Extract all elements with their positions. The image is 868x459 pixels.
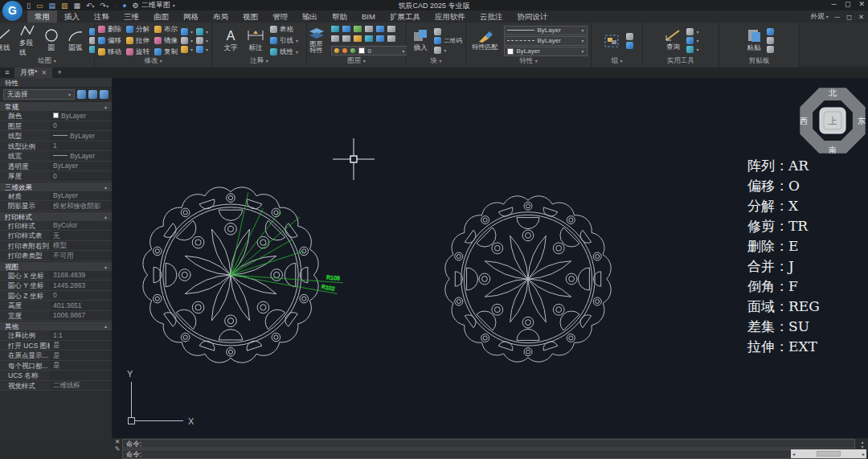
new-document-tab-button[interactable]: + — [52, 68, 67, 78]
panel-label-annotate[interactable]: 注释 ▾ — [212, 56, 306, 66]
property-value[interactable]: 投射和接收阴影 — [50, 201, 112, 211]
polyline-tool-button[interactable]: 多段线 — [17, 23, 38, 58]
layer-tool-icon[interactable] — [376, 26, 384, 32]
appearance-menu[interactable]: 外观 ▾ — [810, 12, 828, 22]
ribbon-tab-曲面[interactable]: 曲面 — [146, 10, 176, 23]
ribbon-tab-管理[interactable]: 管理 — [265, 10, 295, 23]
property-value[interactable]: ByLayer — [50, 111, 112, 121]
horizontal-scrollbar[interactable]: ◂ ▸ — [791, 449, 866, 458]
property-value[interactable]: 二维线框 — [50, 381, 112, 391]
create-block-button[interactable] — [434, 28, 462, 35]
trim-tool-button[interactable]: ▾ — [196, 28, 208, 35]
ribbon-tab-输出[interactable]: 输出 — [295, 10, 325, 23]
ribbon-tab-BIM[interactable]: BIM — [354, 10, 383, 23]
leader-tool-button[interactable]: 引线 ▾ — [270, 36, 298, 46]
property-value[interactable]: 0 — [50, 291, 112, 301]
property-value[interactable]: 1:1 — [50, 330, 112, 340]
properties-palette-title[interactable]: 特性 — [0, 78, 112, 88]
layer-tool-icon[interactable] — [376, 35, 384, 42]
select-objects-icon[interactable] — [88, 90, 97, 99]
scroll-left-icon[interactable]: ◂ — [792, 451, 795, 457]
command-window-close-icon[interactable]: ✕ — [113, 438, 122, 445]
property-value[interactable]: 401.3651 — [50, 301, 112, 310]
array-tool-button[interactable]: ▾ — [181, 28, 193, 35]
property-value[interactable]: 1445.2863 — [50, 281, 112, 290]
layer-tool-icon[interactable] — [331, 26, 339, 32]
app-logo-icon[interactable]: G — [2, 1, 23, 21]
layer-tool-icon[interactable] — [387, 26, 395, 32]
doc-close-button[interactable]: ✕ — [858, 13, 864, 21]
property-value[interactable]: ByLayer — [50, 131, 112, 141]
properties-section-header[interactable]: 视图▴ — [0, 261, 112, 271]
property-value[interactable]: ByLayer — [50, 162, 112, 171]
group-button[interactable] — [600, 33, 623, 49]
scale-tool-button[interactable]: ▾ — [181, 46, 193, 53]
properties-section-header[interactable]: 常规▴ — [0, 101, 112, 111]
doc-minimize-button[interactable]: ─ — [835, 13, 840, 21]
scrollbar-thumb[interactable] — [817, 451, 841, 457]
id-point-button[interactable]: ▾ — [686, 37, 698, 44]
panel-label-layers[interactable]: 图层 ▾ — [307, 56, 406, 66]
scroll-right-icon[interactable]: ▸ — [862, 451, 865, 457]
ribbon-tab-帮助[interactable]: 帮助 — [325, 10, 354, 23]
ribbon-tab-三维[interactable]: 三维 — [117, 10, 146, 23]
property-value[interactable]: 是 — [50, 350, 112, 360]
fillet-tool-button[interactable]: ▾ — [181, 37, 193, 44]
ribbon-tab-常用[interactable]: 常用 — [27, 10, 57, 23]
block-editor-button[interactable]: ▾ — [434, 47, 462, 54]
layer-tool-icon[interactable] — [342, 35, 350, 42]
property-value[interactable]: 1006.9867 — [50, 311, 112, 321]
mooncake-drawing-right[interactable] — [445, 196, 611, 362]
modify-tool-偏移[interactable]: 偏移 — [98, 36, 121, 46]
layer-tool-icon[interactable] — [354, 26, 362, 32]
match-properties-button[interactable]: 特性匹配 — [470, 31, 501, 51]
property-value[interactable]: 0 — [50, 121, 112, 131]
document-tab[interactable]: 月饼* ✕ — [14, 68, 52, 78]
measure-query-button[interactable]: 查询 — [662, 29, 683, 52]
property-value[interactable]: 模型 — [50, 241, 112, 251]
copy-clip-button[interactable] — [767, 37, 774, 44]
selection-filter-combo[interactable]: 无选择▾ — [3, 89, 75, 100]
modify-tool-移动[interactable]: 移动 — [98, 47, 121, 57]
dimension-tool-button[interactable]: 标注 — [244, 28, 267, 53]
ribbon-tab-网格[interactable]: 网格 — [176, 10, 206, 23]
panel-label-block[interactable]: 块 ▾ — [407, 56, 465, 66]
maximize-button[interactable]: ◻ — [845, 0, 850, 8]
properties-section-header[interactable]: 打印样式▴ — [0, 211, 112, 221]
ribbon-tab-协同设计[interactable]: 协同设计 — [510, 10, 555, 23]
quick-select-icon[interactable] — [100, 90, 108, 99]
paste-special-button[interactable] — [767, 46, 774, 53]
minimize-button[interactable]: ─ — [832, 0, 837, 8]
layer-tool-icon[interactable] — [342, 26, 350, 32]
modify-tool-复制[interactable]: 复制 — [154, 47, 178, 57]
ribbon-tab-应用软件[interactable]: 应用软件 — [428, 10, 473, 23]
group-edit-button[interactable] — [626, 42, 633, 49]
property-value[interactable]: 无 — [50, 231, 112, 240]
property-value[interactable] — [50, 371, 112, 380]
close-button[interactable]: ✕ — [858, 0, 865, 8]
modify-tool-镜像[interactable]: 镜像 — [154, 36, 178, 46]
color-combo[interactable]: ByLayer▾ — [504, 47, 588, 56]
layer-tool-icon[interactable] — [354, 35, 362, 42]
property-value[interactable]: 是 — [50, 361, 112, 371]
circle-tool-button[interactable]: 圆 — [41, 28, 62, 53]
measure-tool-button[interactable]: ▾ — [196, 46, 208, 53]
ribbon-tab-视图[interactable]: 视图 — [235, 10, 265, 23]
layer-tool-icon[interactable] — [331, 35, 339, 42]
layer-combo[interactable]: 0 ▾ — [331, 46, 408, 55]
document-tab-close-icon[interactable]: ✕ — [42, 69, 47, 76]
property-value[interactable]: ByLayer — [50, 151, 112, 161]
ungroup-button[interactable] — [626, 33, 633, 40]
ribbon-tab-插入[interactable]: 插入 — [57, 10, 87, 23]
calculator-button[interactable]: ▾ — [686, 28, 698, 35]
layer-tool-icon[interactable] — [365, 26, 373, 32]
layer-tool-icon[interactable] — [387, 35, 395, 42]
modify-tool-分解[interactable]: 分解 — [126, 25, 149, 35]
ribbon-tab-云批注[interactable]: 云批注 — [473, 10, 510, 23]
stretch-tool-button[interactable]: ▾ — [196, 37, 208, 44]
ribbon-tab-注释[interactable]: 注释 — [87, 10, 117, 23]
doc-restore-button[interactable]: ◻ — [846, 13, 852, 21]
panel-label-modify[interactable]: 修改 ▾ — [95, 56, 211, 66]
viewcube[interactable]: 上北南东西 — [800, 88, 866, 154]
qr-code-button[interactable]: 二维码 — [434, 37, 462, 45]
